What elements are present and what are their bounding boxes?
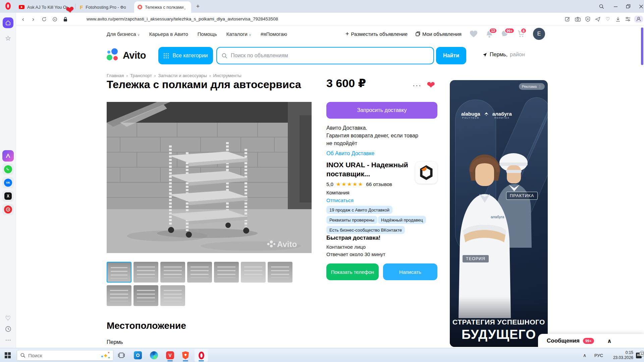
- snapshot-camera-icon[interactable]: [574, 16, 581, 22]
- gallery-thumbnail[interactable]: [160, 285, 185, 306]
- history-clock-icon[interactable]: [0, 326, 16, 332]
- tray-clock[interactable]: 0:15 23.03.2026: [610, 348, 633, 362]
- task-view-button[interactable]: [115, 349, 128, 362]
- notification-center-icon[interactable]: 12: [636, 348, 642, 362]
- browser-tab-youtube[interactable]: Ask AJ To Kill You Or Ask A: [15, 1, 74, 13]
- breadcrumb-item[interactable]: Запчасти и аксессуары: [158, 73, 207, 78]
- search-field: [216, 47, 434, 64]
- all-categories-button[interactable]: Все категории: [158, 47, 213, 64]
- site-info-icon[interactable]: [50, 13, 59, 25]
- breadcrumb-item[interactable]: Транспорт: [130, 73, 152, 78]
- seller-rating[interactable]: 5,0 ★★★★★ 66 отзывов: [326, 181, 392, 187]
- favorite-heart-icon[interactable]: ❤: [427, 79, 435, 91]
- gallery-thumbnail[interactable]: [107, 262, 131, 283]
- nav-help[interactable]: Помощь: [198, 31, 217, 37]
- share-icon[interactable]: [594, 16, 601, 22]
- ad-label[interactable]: Реклама ⋮: [519, 83, 545, 90]
- bookmarks-star-icon[interactable]: ☆: [0, 34, 16, 42]
- gallery-thumbnail[interactable]: [214, 262, 239, 283]
- download-icon[interactable]: [614, 16, 622, 22]
- plus-icon: +: [345, 31, 349, 38]
- gallery-thumbnail[interactable]: [268, 262, 292, 283]
- write-message-button[interactable]: Написать: [383, 263, 437, 280]
- adblock-shield-icon[interactable]: [584, 16, 591, 22]
- edge-app-icon[interactable]: [147, 349, 161, 362]
- unsubscribe-link[interactable]: Отписаться: [326, 197, 354, 203]
- seller-name[interactable]: INOX URAL - Надежный поставщик...: [326, 160, 408, 178]
- messages-panel[interactable]: Сообщения 99+ ∧: [538, 334, 644, 348]
- gallery-thumbnail[interactable]: [133, 262, 158, 283]
- sidebar-home-button[interactable]: [3, 17, 13, 28]
- cart-icon[interactable]: 8: [517, 30, 525, 38]
- taskbar-search-input[interactable]: [28, 353, 98, 358]
- seller-type: Компания: [326, 190, 350, 195]
- bookmark-heart-icon[interactable]: ♡: [604, 16, 611, 22]
- new-tab-button[interactable]: +: [194, 3, 202, 11]
- gallery-thumbnail[interactable]: [241, 262, 266, 283]
- gallery-thumbnail[interactable]: [107, 285, 131, 306]
- find-button[interactable]: Найти: [436, 47, 466, 64]
- settings-sliders-icon[interactable]: [624, 16, 632, 22]
- vk-icon[interactable]: VK: [2, 177, 14, 188]
- sidebar-heart-icon[interactable]: ♡: [0, 314, 16, 322]
- my-ads-button[interactable]: Мои объявления: [416, 31, 462, 37]
- window-minimize-button[interactable]: [610, 2, 621, 11]
- breadcrumb-item[interactable]: Главная: [107, 73, 124, 78]
- browser-tab-avito-active[interactable]: Тележка с полками для а: [134, 1, 191, 13]
- avito-favicon-icon: [138, 5, 142, 9]
- edit-note-icon[interactable]: [564, 16, 571, 22]
- browser-tab-fotohosting[interactable]: F Fotohosting.Pro - Фотохо: [76, 1, 133, 13]
- taskbar-search[interactable]: ✦: [17, 350, 113, 361]
- opera-logo-icon[interactable]: [5, 2, 11, 10]
- window-restore-button[interactable]: [623, 2, 633, 11]
- about-delivery-link[interactable]: Об Авито Доставке: [326, 149, 418, 157]
- url-text[interactable]: www.avito.ru/perm/zapchasti_i_aksessuary…: [87, 16, 278, 21]
- gallery-thumbnail[interactable]: [133, 285, 158, 306]
- more-actions-icon[interactable]: ···: [413, 81, 422, 89]
- request-delivery-button[interactable]: Запросить доставку: [326, 102, 437, 119]
- page-scrollbar[interactable]: [641, 27, 643, 65]
- seller-logo[interactable]: [415, 162, 437, 184]
- chevron-down-icon: ∨: [138, 33, 140, 37]
- ad-banner[interactable]: Реклама ⋮ alabuga POLYTECH алабуга ПОЛИТ…: [450, 80, 548, 347]
- location-selector[interactable]: Пермь, район: [482, 52, 525, 58]
- profile-icon[interactable]: [634, 16, 643, 22]
- user-avatar[interactable]: E: [533, 28, 545, 40]
- whatsapp-icon[interactable]: [2, 164, 14, 175]
- nav-for-business[interactable]: Для бизнеса∨: [107, 31, 140, 37]
- breadcrumb-item[interactable]: Инструменты: [213, 73, 241, 78]
- show-phone-button[interactable]: Показать телефон: [326, 263, 379, 280]
- tray-language[interactable]: РУС: [594, 348, 603, 362]
- opera-app-icon[interactable]: [195, 349, 208, 362]
- notifications-bell-icon[interactable]: 13: [486, 30, 493, 38]
- vivaldi-app-icon[interactable]: V: [163, 349, 177, 362]
- post-ad-button[interactable]: + Разместить объявление: [345, 31, 408, 38]
- window-search-button[interactable]: [596, 2, 606, 11]
- favorites-heart-icon[interactable]: [470, 30, 478, 38]
- messages-chat-icon[interactable]: 99+: [501, 30, 509, 38]
- youtube-favicon-icon: [19, 5, 24, 9]
- brave-app-icon[interactable]: [179, 349, 192, 362]
- outlook-app-icon[interactable]: O: [131, 349, 145, 362]
- nav-catalogs[interactable]: Каталоги∨: [226, 31, 251, 37]
- search-input[interactable]: [231, 53, 429, 59]
- nav-career[interactable]: Карьера в Авито: [149, 31, 188, 37]
- youtube-music-icon[interactable]: [2, 204, 14, 215]
- x-twitter-icon[interactable]: X: [2, 190, 14, 202]
- listing-main-photo[interactable]: Avito: [107, 102, 312, 253]
- start-button[interactable]: [5, 352, 11, 358]
- forward-icon[interactable]: ›: [29, 13, 38, 25]
- chevron-up-icon[interactable]: ∧: [607, 338, 612, 345]
- nav-ihelp[interactable]: #яПомогаю: [261, 31, 287, 37]
- reload-icon[interactable]: [40, 13, 48, 25]
- sidebar-more-icon[interactable]: ⋯: [0, 337, 16, 344]
- gallery-thumbnail[interactable]: [187, 262, 212, 283]
- gallery-thumbnail[interactable]: [160, 262, 185, 283]
- back-icon[interactable]: ‹: [19, 13, 28, 25]
- tray-expand-chevron[interactable]: ∧: [583, 348, 586, 362]
- avito-logo[interactable]: Avito: [107, 48, 146, 62]
- aria-ai-icon[interactable]: [2, 150, 14, 162]
- chevron-down-icon: ∨: [249, 33, 251, 37]
- window-close-button[interactable]: [636, 2, 644, 11]
- ad-options-icon[interactable]: ⋮: [538, 84, 542, 89]
